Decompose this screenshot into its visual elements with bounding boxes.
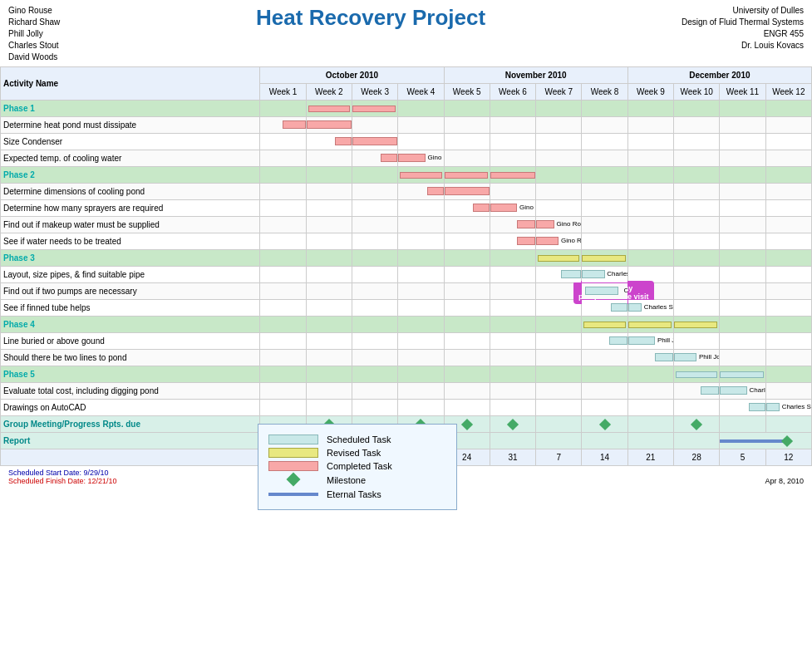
- bar-dheat-w7: [536, 117, 582, 134]
- phase-1-w9: [627, 101, 673, 117]
- bar-spr-w12: [765, 200, 811, 217]
- team-member-2: Richard Shaw: [8, 17, 60, 28]
- phase-2-w9: [627, 167, 673, 184]
- phase-1-bar-w3: [352, 101, 397, 117]
- bar-ac-w11: [720, 400, 765, 416]
- week10-header: Week 10: [674, 84, 720, 101]
- bar-cp-w12: [765, 184, 811, 200]
- bar-et-w3: [352, 150, 397, 167]
- month-header-row: Activity Name October 2010 November 2010…: [1, 67, 812, 84]
- bar-et-w4: Gino Rouse[Custom], Richard Shaw: [398, 150, 444, 167]
- team-member-1: Gino Rouse: [8, 5, 60, 17]
- bar-sc-w5: [444, 134, 490, 150]
- bar-spr-w1: [260, 200, 306, 217]
- activity-row-sprayers: Determine how many sprayers are required…: [1, 200, 812, 217]
- bar-mw-w2: [306, 217, 352, 233]
- bar-ft-w6: [490, 300, 535, 317]
- bar-et-w9: [627, 150, 673, 167]
- ph4-w10: [674, 317, 720, 333]
- activity-row-expected-temp: Expected temp. of cooling water Gino Rou…: [1, 150, 812, 167]
- phase-1-label: Phase 1: [1, 101, 260, 117]
- bar-lb-w6: [490, 333, 535, 350]
- phase-3-label: Phase 3: [1, 250, 260, 267]
- legend-revised: Revised Task: [268, 448, 446, 458]
- ph3-w6: [490, 250, 535, 267]
- ph4-w5: [444, 317, 490, 333]
- bar-wt-w4: [398, 233, 444, 250]
- activity-name-determine-heat: Determine heat pond must dissipate: [1, 117, 260, 134]
- week4-header: Week 4: [398, 84, 444, 101]
- bar-spr-w8: [582, 200, 627, 217]
- course-info: University of Dulles Design of Fluid The…: [682, 5, 804, 52]
- date-7: 7: [536, 449, 582, 466]
- gantt-table: Activity Name October 2010 November 2010…: [0, 66, 812, 466]
- bar-wt-w2: [306, 233, 352, 250]
- bar-ec-w2: [306, 383, 352, 400]
- bar-dheat-w9: [627, 117, 673, 134]
- activity-row-makeup-water: Find out if makeup water must be supplie…: [1, 217, 812, 233]
- bar-pu-w4: [398, 283, 444, 300]
- bar-pu-w1: [260, 283, 306, 300]
- scheduled-start: Scheduled Start Date: 9/29/10: [8, 469, 117, 477]
- bar-ac-w6: [490, 400, 535, 416]
- footer-left: Scheduled Start Date: 9/29/10 Scheduled …: [8, 469, 117, 485]
- ph5-w2: [306, 366, 352, 383]
- date-5: 5: [720, 449, 765, 466]
- december-header: December 2010: [627, 67, 811, 84]
- bar-lb-w3: [352, 333, 397, 350]
- group-meeting-label: Group Meeting/Progress Rpts. due: [1, 416, 260, 433]
- bar-tl-w3: [352, 350, 397, 366]
- bar-sc-w2: [306, 134, 352, 150]
- bar-et-w11: [720, 150, 765, 167]
- bar-ec-w6: [490, 383, 535, 400]
- bar-cp-w4: [398, 184, 444, 200]
- legend-scheduled-bar: [268, 435, 318, 444]
- ph3-w3: [352, 250, 397, 267]
- team-list: Gino Rouse Richard Shaw Phill Jolly Char…: [8, 5, 60, 63]
- gm-w11: [720, 416, 765, 433]
- bar-cp-w8: [582, 184, 627, 200]
- bar-wt-w6: [490, 233, 535, 250]
- activity-name-expected-temp: Expected temp. of cooling water: [1, 150, 260, 167]
- ph4-w2: [306, 317, 352, 333]
- legend-eternal-bar: [268, 493, 318, 496]
- bar-ft-w1: [260, 300, 306, 317]
- activity-row-evaluate-cost: Evaluate total cost, including digging p…: [1, 383, 812, 400]
- rep-w11-12: [720, 433, 812, 449]
- bar-mw-w10: [674, 217, 720, 233]
- week12-header: Week 12: [765, 84, 811, 101]
- bar-dheat-w12: [765, 117, 811, 134]
- phase-1-bar-w1: [260, 101, 306, 117]
- bar-tl-w9: [627, 350, 673, 366]
- bar-wt-w7: Gino Rouse, Phill Jolly: [536, 233, 582, 250]
- bar-pi-w6: [490, 267, 535, 283]
- bar-ac-w9: [627, 400, 673, 416]
- bar-pi-w2: [306, 267, 352, 283]
- phase-2-w5: [444, 167, 490, 184]
- bar-ec-w10: [674, 383, 720, 400]
- gm-w7: [536, 416, 582, 433]
- bar-sc-w11: [720, 134, 765, 150]
- bar-et-w7: [536, 150, 582, 167]
- bar-pi-w7: [536, 267, 582, 283]
- phase-5-label: Phase 5: [1, 366, 260, 383]
- ph5-w9: [627, 366, 673, 383]
- project-title-area: Heat Recovery Project: [60, 5, 682, 31]
- ph5-w3: [352, 366, 397, 383]
- phase-2-w1: [260, 167, 306, 184]
- report-label: Report: [1, 433, 260, 449]
- bar-ac-w4: [398, 400, 444, 416]
- phase-3-row: Phase 3: [1, 250, 812, 267]
- ph5-w6: [490, 366, 535, 383]
- ph5-w5: [444, 366, 490, 383]
- bar-ec-w3: [352, 383, 397, 400]
- legend-box: Scheduled Task Revised Task Completed Ta…: [258, 424, 457, 510]
- bar-pi-w12: [765, 267, 811, 283]
- ph4-w1: [260, 317, 306, 333]
- ph4-w7: [536, 317, 582, 333]
- bar-sc-w6: [490, 134, 535, 150]
- october-header: October 2010: [260, 67, 444, 84]
- phase-2-w10: [674, 167, 720, 184]
- ph4-w9: [627, 317, 673, 333]
- bar-cp-w6: [490, 184, 535, 200]
